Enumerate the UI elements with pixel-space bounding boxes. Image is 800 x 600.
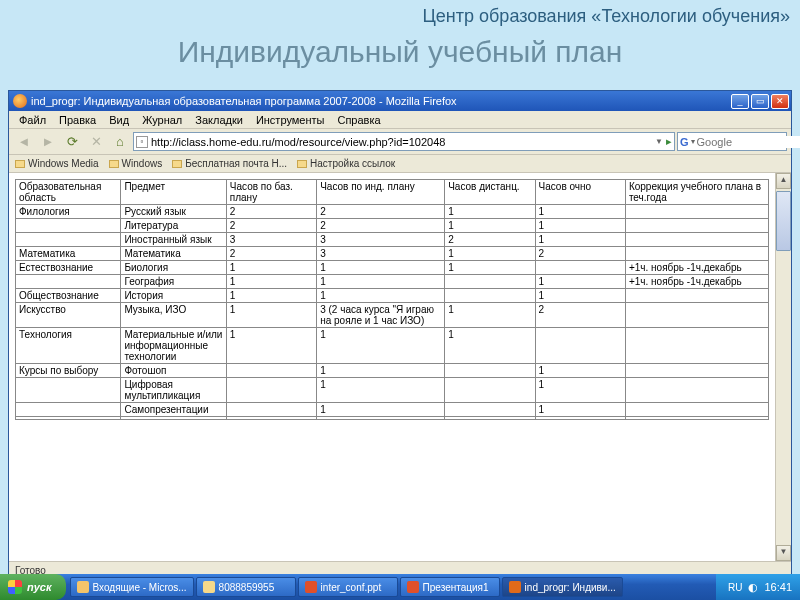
start-button[interactable]: пуск [0,574,66,600]
table-row: Самопрезентации11 [16,403,769,417]
bookmark-item[interactable]: Бесплатная почта H... [172,158,287,169]
window-title: ind_progr: Индивидуальная образовательна… [31,95,731,107]
cell-subject: Литература [121,219,226,233]
url-dropdown-icon[interactable]: ▼ [655,137,663,146]
cell-face: 2 [535,247,625,261]
page-icon: ▫ [136,136,148,148]
taskbar-item[interactable]: Входящие - Micros... [70,577,194,597]
scroll-down-button[interactable]: ▼ [776,545,791,561]
menu-tools[interactable]: Инструменты [250,113,331,127]
taskbar-item[interactable]: 8088859955 [196,577,296,597]
url-bar[interactable]: ▫ ▼ ▸ [133,132,675,151]
maximize-button[interactable]: ▭ [751,94,769,109]
menu-file[interactable]: Файл [13,113,52,127]
menu-help[interactable]: Справка [331,113,386,127]
app-icon [203,581,215,593]
bookmark-label: Windows [122,158,163,169]
taskbar-item-label: Презентация1 [423,582,489,593]
cell-base: 1 [226,289,316,303]
taskbar-item-label: inter_conf.ppt [321,582,382,593]
vertical-scrollbar[interactable]: ▲ ▼ [775,173,791,561]
menu-history[interactable]: Журнал [136,113,188,127]
menu-edit[interactable]: Правка [53,113,102,127]
cell-ind: 1 [317,378,445,403]
back-button[interactable]: ◄ [13,131,35,153]
cell-dist: 1 [445,219,535,233]
cell-base: 1 [226,303,316,328]
table-row: Цифровая мультипликация11 [16,378,769,403]
bookmark-item[interactable]: Настройка ссылок [297,158,395,169]
cell-area [16,417,121,420]
page-document[interactable]: Образовательная область Предмет Часов по… [9,173,775,561]
cell-face: 1 [535,205,625,219]
cell-ind: 1 [317,364,445,378]
menu-view[interactable]: Вид [103,113,135,127]
cell-base: 3 [226,233,316,247]
folder-icon [15,160,25,168]
cell-dist: 1 [445,328,535,364]
col-dist: Часов дистанц. [445,180,535,205]
system-tray[interactable]: RU ◐ 16:41 [716,574,800,600]
forward-button[interactable]: ► [37,131,59,153]
col-subject: Предмет [121,180,226,205]
cell-base [226,378,316,403]
start-label: пуск [27,581,52,593]
col-base: Часов по баз. плану [226,180,316,205]
cell-ind: 3 [317,247,445,261]
cell-corr [625,219,768,233]
go-button[interactable]: ▸ [666,135,672,148]
cell-area: Обществознание [16,289,121,303]
clock[interactable]: 16:41 [764,581,792,593]
tray-icon[interactable]: ◐ [748,581,758,594]
menubar: Файл Правка Вид Журнал Закладки Инструме… [9,111,791,129]
scroll-up-button[interactable]: ▲ [776,173,791,189]
cell-face: 1 [535,403,625,417]
cell-dist [445,275,535,289]
cell-dist [445,417,535,420]
scroll-track[interactable] [776,251,791,545]
task-items: Входящие - Micros...8088859955inter_conf… [66,577,716,597]
reload-button[interactable]: ⟳ [61,131,83,153]
cell-corr [625,233,768,247]
slide-title: Индивидуальный учебный план [0,27,800,77]
cell-ind: 3 [317,233,445,247]
titlebar[interactable]: ind_progr: Индивидуальная образовательна… [9,91,791,111]
cell-corr [625,378,768,403]
stop-button[interactable]: ✕ [85,131,107,153]
cell-dist [445,403,535,417]
close-button[interactable]: ✕ [771,94,789,109]
taskbar-item[interactable]: inter_conf.ppt [298,577,398,597]
table-header-row: Образовательная область Предмет Часов по… [16,180,769,205]
bookmark-label: Бесплатная почта H... [185,158,287,169]
cell-ind: 1 [317,275,445,289]
menu-bookmarks[interactable]: Закладки [189,113,249,127]
taskbar-item[interactable]: Презентация1 [400,577,500,597]
table-row: Литература2211 [16,219,769,233]
bookmark-item[interactable]: Windows [109,158,163,169]
cell-subject: История [121,289,226,303]
url-input[interactable] [151,134,652,149]
cell-dist [445,364,535,378]
cell-base: 2 [226,205,316,219]
table-row: География111+1ч. ноябрь -1ч.декабрь [16,275,769,289]
cell-base [226,403,316,417]
search-engine-icon[interactable]: G [680,136,689,148]
language-indicator[interactable]: RU [728,582,742,593]
home-button[interactable]: ⌂ [109,131,131,153]
search-input[interactable] [697,136,800,148]
minimize-button[interactable]: _ [731,94,749,109]
cell-subject: Материальные и/или информационные технол… [121,328,226,364]
cell-dist [445,289,535,303]
cell-subject: Цифровая мультипликация [121,378,226,403]
taskbar-item[interactable]: ind_progr: Индиви... [502,577,623,597]
bookmark-item[interactable]: Windows Media [15,158,99,169]
search-bar[interactable]: G ▾ [677,132,787,151]
cell-corr [625,328,768,364]
col-corr: Коррекция учебного плана в теч.года [625,180,768,205]
cell-face: 2 [535,303,625,328]
search-dropdown-icon[interactable]: ▾ [691,137,695,146]
scroll-thumb[interactable] [776,191,791,251]
table-row: Иностранный язык3321 [16,233,769,247]
cell-corr [625,247,768,261]
cell-dist: 2 [445,233,535,247]
